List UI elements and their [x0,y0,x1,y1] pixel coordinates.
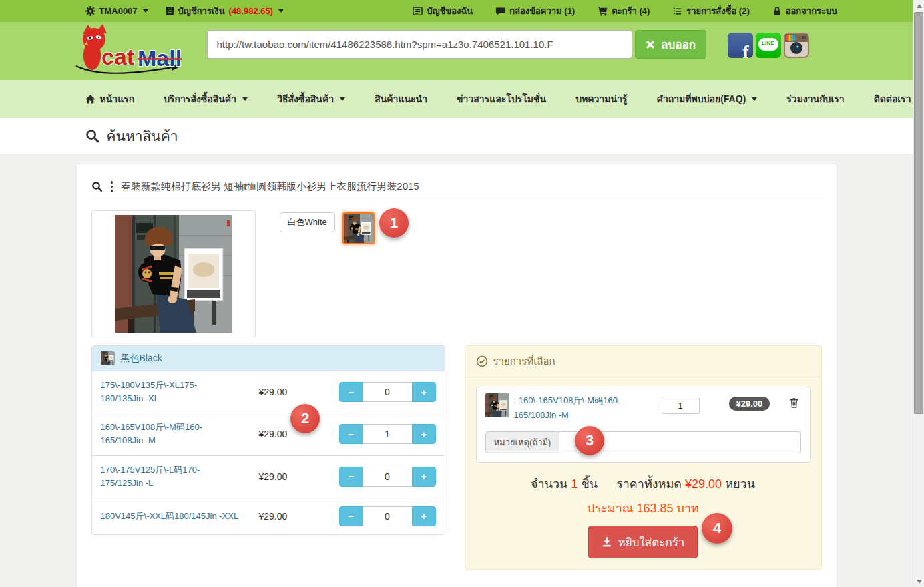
site-header: cat Mall ลบออก f LINE [0,22,913,80]
selected-item-card: : 160\-165V108斤\-M码160-165/108Jin -M ¥29… [476,387,811,463]
social-links: f LINE [728,33,809,58]
quantity-stepper: − + [339,382,436,402]
delete-url-button[interactable]: ลบออก [635,30,706,59]
quantity-input[interactable] [363,506,412,526]
nav-item-home[interactable]: หน้าแรก [85,91,135,106]
plus-button[interactable]: + [412,382,436,402]
topbar-user-menu[interactable]: TMA0007 [85,6,148,16]
home-icon [85,94,95,104]
selected-item-price-badge: ¥29.00 [729,397,770,411]
note-label: หมายเหตุ(ถ้ามี) [485,431,560,453]
chevron-down-icon [278,9,284,13]
product-photo [115,215,232,333]
nav-item-contact[interactable]: ติดต่อเรา [874,91,911,106]
annotation-step-1: 1 [379,208,409,238]
sku-price: ¥29.00 [259,471,323,482]
nav-item-join-us[interactable]: ร่วมงานกับเรา [786,91,844,106]
scrollbar-thumb[interactable] [914,12,923,414]
scroll-up-arrow[interactable] [913,0,924,11]
color-option-white[interactable]: 白色White [280,212,335,232]
quantity-input[interactable] [363,382,412,402]
chevron-down-icon [752,97,757,101]
sku-name[interactable]: 180V145斤\-XXL码180/145Jin -XXL [101,510,239,523]
line-icon[interactable]: LINE [756,33,781,58]
order-list-icon [672,6,682,16]
messages-label: กล่องข้อความ (1) [509,4,575,18]
annotation-step-3: 3 [575,426,604,455]
topbar-finance-menu[interactable]: บัญชีการเงิน (48,982.65) [166,4,284,18]
product-image [91,210,256,337]
plus-button[interactable]: + [412,467,436,487]
topbar-messages[interactable]: กล่องข้อความ (1) [495,4,575,18]
vertical-dots-icon [111,181,113,192]
sku-row: 180V145斤\-XXL码180/145Jin -XXL ¥29.00 − + [92,498,445,534]
search-section: ค้นหาสินค้า [0,118,913,154]
sku-price: ¥29.00 [259,511,323,522]
sku-row: 160\-165V108斤\-M码160-165/108Jin -M ¥29.0… [92,413,445,455]
quantity-stepper: − + [339,506,436,526]
content-area: 春装新款纯棉打底衫男 短袖t恤圆领韩版小衫男上衣服流行男装2015 白色Whit… [0,154,913,587]
svg-text:cat: cat [101,44,134,69]
quantity-input[interactable] [363,424,412,444]
product-url-input[interactable] [207,30,632,59]
topbar-logout[interactable]: ออกจากระบบ [772,4,837,18]
sku-name[interactable]: 175\-180V135斤\-XL175-180/135Jin -XL [101,379,239,405]
minus-button[interactable]: − [339,467,363,487]
plus-button[interactable]: + [412,506,436,526]
instagram-icon[interactable] [784,33,809,58]
baht-estimate: ประมาณ 163.85 บาท [476,498,811,518]
divider [91,202,822,202]
chevron-down-icon [340,97,345,101]
trash-icon [788,397,800,409]
cart-icon [598,6,608,16]
sku-color-label: 黑色Black [121,353,162,365]
sku-name[interactable]: 170\-175V125斤\-L码170-175/125Jin -L [101,463,239,490]
nav-item-articles[interactable]: บทความน่ารู้ [575,91,627,106]
sku-price: ¥29.00 [259,387,323,397]
nav-item-how-to-order[interactable]: วิธีสั่งซื้อสินค้า [277,91,345,106]
add-to-cart-button[interactable]: หยิบใส่ตะกร้า [588,526,698,558]
sku-name[interactable]: 160\-165V108斤\-M码160-165/108Jin -M [101,421,239,447]
minus-button[interactable]: − [339,506,363,526]
selected-item-thumbnail [485,393,509,417]
list-alt-icon [413,6,423,16]
orders-label: รายการสั่งซื้อ (2) [686,4,749,18]
facebook-icon[interactable]: f [728,33,753,58]
cart-label: ตะกร้า (4) [612,4,650,18]
nav-item-faq[interactable]: คำถามที่พบบ่อย(FAQ) [657,91,758,106]
delete-button-label: ลบออก [661,35,696,53]
selected-item-name: : 160\-165V108斤\-M码160-165/108Jin -M [514,393,656,423]
chevron-down-icon [143,9,148,13]
topbar-orders[interactable]: รายการสั่งซื้อ (2) [672,4,749,18]
sku-color-thumbnail [101,351,115,365]
remove-item-button[interactable] [787,397,801,411]
topbar: TMA0007 บัญชีการเงิน (48,982.65) บัญชีขอ… [0,0,913,22]
selected-item-qty-input[interactable] [662,397,700,414]
quantity-stepper: − + [339,467,436,487]
finance-label: บัญชีการเงิน [178,4,225,18]
annotation-step-2: 2 [290,404,320,433]
x-icon [645,39,656,50]
chevron-down-icon [242,97,248,101]
quantity-input[interactable] [363,467,412,487]
nav-item-recommended[interactable]: สินค้าแนะนำ [375,91,427,106]
scroll-down-arrow[interactable] [913,576,924,587]
logout-label: ออกจากระบบ [786,4,837,18]
topbar-my-account[interactable]: บัญชีของฉัน [413,4,473,18]
minus-button[interactable]: − [339,382,363,402]
catmall-logo[interactable]: cat Mall [72,23,187,81]
topbar-cart[interactable]: ตะกร้า (4) [598,4,650,18]
gear-icon [85,6,95,16]
color-option-black-selected[interactable] [342,212,375,244]
message-icon [495,7,505,16]
minus-button[interactable]: − [339,424,363,444]
sku-panel: 黑色Black 175\-180V135斤\-XL175-180/135Jin … [91,345,445,535]
cat-logo-icon: cat Mall [72,23,187,78]
search-icon [85,129,99,143]
nav-item-order-service[interactable]: บริการสั่งซื้อสินค้า [164,91,248,106]
plus-button[interactable]: + [412,424,436,444]
sku-row: 175\-180V135斤\-XL175-180/135Jin -XL ¥29.… [92,371,445,413]
my-account-label: บัญชีของฉัน [427,4,473,18]
sku-panel-header: 黑色Black [92,346,445,371]
nav-item-news-promotions[interactable]: ข่าวสารและโปรโมชั่น [457,91,546,106]
